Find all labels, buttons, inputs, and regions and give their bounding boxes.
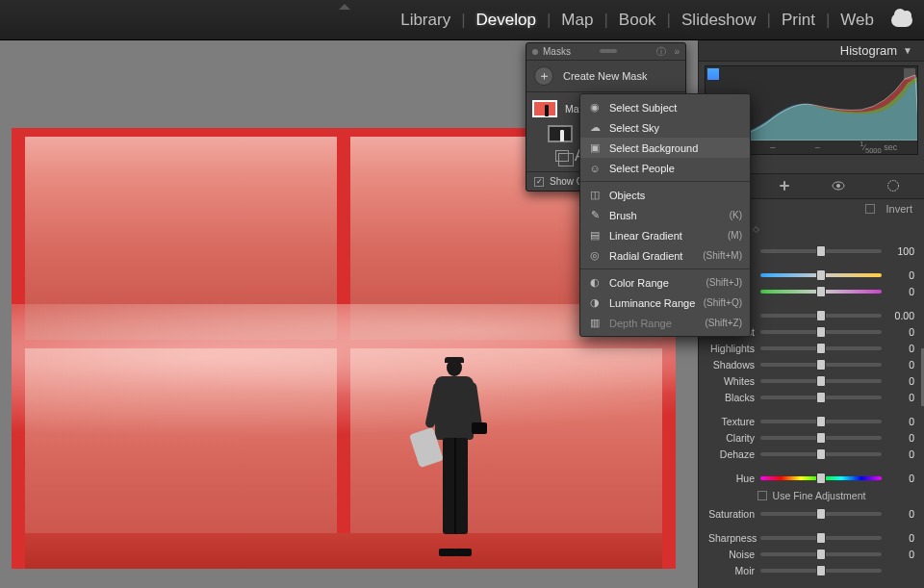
slider-thumb[interactable] bbox=[816, 359, 826, 371]
slider-thumb[interactable] bbox=[816, 473, 826, 484]
module-web[interactable]: Web bbox=[833, 7, 882, 34]
panel-pin-icon[interactable] bbox=[532, 49, 538, 55]
noise-slider[interactable]: Noise0 bbox=[708, 546, 914, 562]
fine-adjustment-label: Use Fine Adjustment bbox=[773, 490, 866, 501]
menu-radial_gradient[interactable]: ◎Radial Gradient(Shift+M) bbox=[580, 245, 750, 266]
slider-thumb[interactable] bbox=[816, 532, 826, 544]
menu-objects[interactable]: ◫Objects bbox=[580, 185, 750, 205]
slider-value: 0 bbox=[887, 532, 914, 544]
module-book[interactable]: Book bbox=[611, 7, 664, 34]
cloud-sync-icon[interactable] bbox=[891, 13, 912, 27]
slider-track[interactable] bbox=[760, 379, 882, 383]
slider-value: 0 bbox=[887, 326, 914, 338]
slider-thumb[interactable] bbox=[816, 375, 826, 387]
menu-luminance_range[interactable]: ◑Luminance Range(Shift+Q) bbox=[580, 293, 750, 313]
slider-value: 0 bbox=[887, 549, 914, 560]
redeye-tool-icon[interactable] bbox=[828, 175, 849, 196]
dehaze-slider[interactable]: Dehaze0 bbox=[708, 446, 914, 462]
slider-value: 100 bbox=[887, 245, 914, 257]
slider-track[interactable] bbox=[760, 346, 882, 350]
menu-select_people[interactable]: ☺Select People bbox=[580, 158, 750, 178]
module-print[interactable]: Print bbox=[774, 7, 823, 34]
menu-shortcut: (Shift+Q) bbox=[704, 297, 742, 308]
slider-track[interactable] bbox=[760, 363, 882, 367]
heal-tool-icon[interactable] bbox=[774, 175, 795, 196]
slider-track[interactable] bbox=[760, 476, 882, 480]
plus-icon: ＋ bbox=[534, 66, 553, 86]
clarity-slider[interactable]: Clarity0 bbox=[708, 429, 914, 446]
use-fine-adjustment-row[interactable]: Use Fine Adjustment bbox=[708, 486, 914, 505]
subject-person bbox=[425, 359, 483, 556]
slider-track[interactable] bbox=[760, 330, 882, 334]
slider-track[interactable] bbox=[760, 396, 882, 399]
slider-thumb[interactable] bbox=[816, 343, 826, 354]
masks-panel-header[interactable]: Masks ⓘ » bbox=[526, 43, 685, 61]
whites-slider[interactable]: Whites0 bbox=[708, 372, 914, 389]
slider-thumb[interactable] bbox=[816, 565, 826, 576]
slider-value: 0 bbox=[887, 432, 914, 444]
slider-thumb[interactable] bbox=[816, 416, 826, 427]
collapse-icon[interactable]: » bbox=[674, 46, 680, 57]
new-mask-context-menu: ◉Select Subject☁Select Sky▣Select Backgr… bbox=[579, 93, 751, 337]
slider-track[interactable] bbox=[760, 314, 882, 318]
menu-select_background[interactable]: ▣Select Background bbox=[580, 138, 750, 158]
top-panel-expand-icon[interactable] bbox=[339, 4, 350, 10]
slider-value: 0 bbox=[887, 375, 914, 387]
slider-label: Shadows bbox=[708, 359, 760, 371]
slider-track[interactable] bbox=[760, 420, 882, 423]
slider-thumb[interactable] bbox=[816, 392, 826, 403]
mask-item-label: Ma bbox=[565, 103, 579, 115]
masking-tool-icon[interactable] bbox=[883, 175, 904, 196]
saturation-slider[interactable]: Saturation0 bbox=[708, 505, 914, 522]
shadows-slider[interactable]: Shadows0 bbox=[708, 356, 914, 372]
slider-track[interactable] bbox=[760, 569, 882, 573]
slider-track[interactable] bbox=[760, 273, 882, 277]
menu-color_range[interactable]: ◐Color Range(Shift+J) bbox=[580, 272, 750, 293]
menu-item-label: Linear Gradient bbox=[609, 230, 682, 242]
sky-icon: ☁ bbox=[588, 121, 602, 135]
sharpness-slider[interactable]: Sharpness0 bbox=[708, 529, 914, 546]
slider-track[interactable] bbox=[760, 452, 882, 456]
slider-track[interactable] bbox=[760, 436, 882, 440]
fine-adjustment-checkbox[interactable] bbox=[757, 491, 767, 500]
texture-slider[interactable]: Texture0 bbox=[708, 413, 914, 429]
module-develop[interactable]: Develop bbox=[469, 7, 544, 34]
slider-thumb[interactable] bbox=[816, 269, 826, 281]
show-overlay-checkbox[interactable]: ✓ bbox=[534, 177, 544, 187]
slider-label: Whites bbox=[708, 375, 760, 387]
menu-item-label: Color Range bbox=[609, 277, 669, 289]
slider-thumb[interactable] bbox=[816, 448, 826, 460]
slider-thumb[interactable] bbox=[816, 549, 826, 560]
slider-thumb[interactable] bbox=[816, 432, 826, 444]
histogram-header[interactable]: Histogram ▼ bbox=[699, 40, 924, 62]
mask-thumbnail bbox=[532, 100, 557, 117]
moir-slider[interactable]: Moir bbox=[708, 562, 914, 578]
slider-thumb[interactable] bbox=[816, 245, 826, 257]
hue-slider[interactable]: Hue0 bbox=[708, 470, 914, 486]
module-slideshow[interactable]: Slideshow bbox=[674, 7, 764, 34]
slider-thumb[interactable] bbox=[816, 326, 826, 338]
slider-track[interactable] bbox=[760, 512, 882, 516]
menu-item-label: Objects bbox=[609, 190, 645, 201]
slider-thumb[interactable] bbox=[816, 286, 826, 297]
invert-checkbox[interactable] bbox=[865, 204, 875, 214]
menu-select_subject[interactable]: ◉Select Subject bbox=[580, 97, 750, 117]
slider-value: 0 bbox=[887, 448, 914, 460]
menu-brush[interactable]: ✎Brush(K) bbox=[580, 205, 750, 225]
blacks-slider[interactable]: Blacks0 bbox=[708, 389, 914, 405]
menu-linear_gradient[interactable]: ▤Linear Gradient(M) bbox=[580, 225, 750, 245]
module-map[interactable]: Map bbox=[553, 7, 601, 34]
slider-thumb[interactable] bbox=[816, 310, 826, 321]
module-library[interactable]: Library bbox=[393, 7, 458, 34]
slider-track[interactable] bbox=[760, 249, 882, 253]
depth-icon: ▥ bbox=[588, 317, 602, 330]
slider-track[interactable] bbox=[760, 290, 882, 294]
create-new-mask-button[interactable]: ＋ Create New Mask bbox=[526, 61, 685, 92]
info-icon[interactable]: ⓘ bbox=[656, 45, 666, 59]
slider-track[interactable] bbox=[760, 536, 882, 540]
drag-handle-icon[interactable] bbox=[600, 49, 617, 53]
slider-track[interactable] bbox=[760, 552, 882, 556]
menu-select_sky[interactable]: ☁Select Sky bbox=[580, 117, 750, 138]
highlights-slider[interactable]: Highlights0 bbox=[708, 340, 914, 356]
slider-thumb[interactable] bbox=[816, 508, 826, 520]
